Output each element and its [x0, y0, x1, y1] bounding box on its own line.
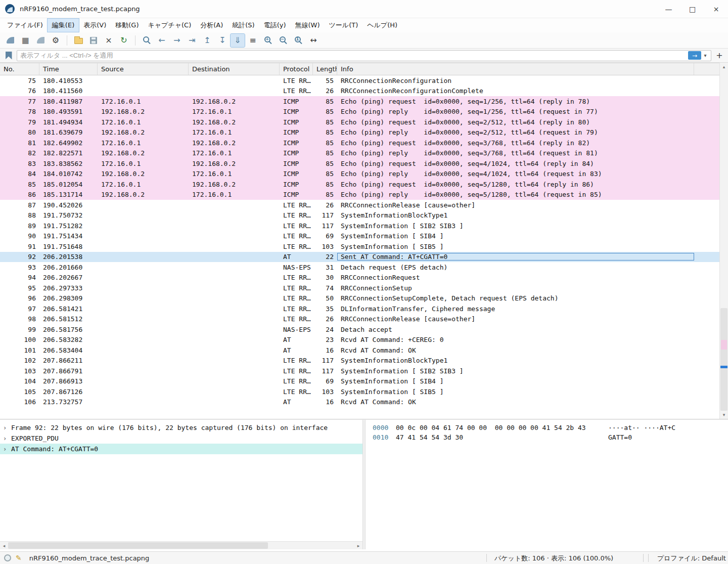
menu-go[interactable]: 移動(G)	[111, 19, 143, 32]
packet-row-98[interactable]: 98206.581512LTE RR…26RRCConnectionReleas…	[0, 314, 719, 325]
restart-capture-button[interactable]	[33, 34, 48, 47]
packet-row-93[interactable]: 93206.201660NAS-EPS31Detach request (EPS…	[0, 262, 719, 273]
go-to-packet-button[interactable]: ⇥	[185, 34, 199, 47]
packet-row-85[interactable]: 85185.012054172.16.0.1192.168.0.2ICMP85E…	[0, 179, 719, 190]
filter-apply-button[interactable]: →	[688, 51, 701, 60]
packet-row-97[interactable]: 97206.581421LTE RR…35DLInformationTransf…	[0, 303, 719, 314]
column-header-source[interactable]: Source	[98, 63, 189, 75]
menu-edit[interactable]: 編集(E)	[48, 19, 79, 32]
resize-columns-button[interactable]: ↔	[306, 34, 321, 47]
save-file-button[interactable]	[86, 34, 101, 47]
detail-line-2[interactable]: ›AT Command: AT+CGATT=0	[0, 444, 362, 454]
packet-row-90[interactable]: 90191.751434LTE RR…69SystemInformation […	[0, 231, 719, 242]
packet-row-88[interactable]: 88191.750732LTE RR…117SystemInformationB…	[0, 210, 719, 221]
packet-row-101[interactable]: 101206.583404AT16Rcvd AT Command: OK	[0, 345, 719, 356]
zoom-in-button[interactable]: +	[261, 34, 275, 47]
packet-row-106[interactable]: 106213.732757AT16Rcvd AT Command: OK	[0, 397, 719, 408]
packet-row-80[interactable]: 80181.639679192.168.0.2172.16.0.1ICMP85E…	[0, 127, 719, 138]
profile-selector[interactable]: プロファイル: Default	[657, 554, 726, 563]
detail-line-1[interactable]: ›EXPORTED_PDU	[0, 433, 362, 444]
column-header-length[interactable]: Length	[313, 63, 337, 75]
expert-info-icon[interactable]	[4, 554, 11, 561]
column-header-destination[interactable]: Destination	[189, 63, 280, 75]
packet-row-75[interactable]: 75180.410553LTE RR…55RRCConnectionReconf…	[0, 75, 719, 86]
go-back-button[interactable]: ←	[155, 34, 169, 47]
go-last-packet-button[interactable]: ↧	[215, 34, 230, 47]
filter-dropdown-icon[interactable]: ▾	[701, 53, 709, 58]
packet-row-89[interactable]: 89191.751282LTE RR…117SystemInformation …	[0, 221, 719, 231]
menu-file[interactable]: ファイル(F)	[3, 19, 48, 32]
reload-button[interactable]: ↻	[117, 34, 131, 47]
packet-row-92[interactable]: 92206.201538AT22Sent AT Command: AT+CGAT…	[0, 252, 719, 263]
stop-capture-button[interactable]: ■	[18, 34, 32, 47]
scrollbar-thumb[interactable]	[720, 308, 727, 411]
menu-wireless[interactable]: 無線(W)	[291, 19, 325, 32]
packet-row-79[interactable]: 79181.494934172.16.0.1192.168.0.2ICMP85E…	[0, 117, 719, 127]
packet-list-scrollbar[interactable]: ▴ ▾	[719, 63, 728, 419]
column-header-time[interactable]: Time	[39, 63, 98, 75]
packet-row-96[interactable]: 96206.298309LTE RR…50RRCConnectionSetupC…	[0, 293, 719, 304]
packet-cell-time: 213.732757	[39, 398, 98, 406]
zoom-100-button[interactable]: 1	[291, 34, 305, 47]
go-first-packet-button[interactable]: ↥	[200, 34, 214, 47]
capture-options-button[interactable]: ⚙	[49, 34, 63, 47]
scroll-right-icon[interactable]: ▸	[354, 542, 362, 549]
find-packet-button[interactable]	[140, 34, 154, 47]
colorize-button[interactable]: ≡	[246, 34, 260, 47]
packet-row-87[interactable]: 87190.452026LTE RR…26RRCConnectionReleas…	[0, 200, 719, 210]
minimize-button[interactable]: —	[657, 0, 680, 18]
packet-row-94[interactable]: 94206.202667LTE RR…30RRCConnectionReques…	[0, 273, 719, 283]
menu-statistics[interactable]: 統計(S)	[228, 19, 259, 32]
column-header-no[interactable]: No.	[0, 63, 39, 75]
detail-horizontal-scrollbar[interactable]: ◂ ▸	[0, 541, 362, 549]
packet-row-84[interactable]: 84184.010742192.168.0.2172.16.0.1ICMP85E…	[0, 169, 719, 180]
packet-row-105[interactable]: 105207.867126LTE RR…103SystemInformation…	[0, 386, 719, 397]
packet-row-81[interactable]: 81182.649902172.16.0.1192.168.0.2ICMP85E…	[0, 138, 719, 148]
maximize-button[interactable]: □	[680, 0, 704, 18]
hex-row[interactable]: 001047 41 54 54 3d 30GATT=0	[366, 432, 728, 442]
close-file-button[interactable]: ×	[102, 34, 116, 47]
packet-row-83[interactable]: 83183.838562172.16.0.1192.168.0.2ICMP85E…	[0, 158, 719, 169]
scroll-down-icon[interactable]: ▾	[720, 411, 728, 419]
menu-view[interactable]: 表示(V)	[79, 19, 111, 32]
capture-comment-icon[interactable]: ✎	[16, 554, 22, 562]
display-filter-input[interactable]	[20, 52, 688, 59]
menu-help[interactable]: ヘルプ(H)	[362, 19, 402, 32]
auto-scroll-button[interactable]: ⇓	[231, 34, 245, 47]
open-file-button[interactable]	[71, 34, 85, 47]
menu-tools[interactable]: ツール(T)	[325, 19, 363, 32]
start-capture-button[interactable]	[3, 34, 17, 47]
column-header-protocol[interactable]: Protocol	[280, 63, 313, 75]
menu-analyze[interactable]: 分析(A)	[196, 19, 228, 32]
packet-cell-time: 191.751282	[39, 222, 98, 230]
packet-row-78[interactable]: 78180.493591192.168.0.2172.16.0.1ICMP85E…	[0, 107, 719, 117]
menu-telephony[interactable]: 電話(y)	[259, 19, 291, 32]
packet-row-76[interactable]: 76180.411560LTE RR…26RRCConnectionReconf…	[0, 86, 719, 97]
packet-row-95[interactable]: 95206.297333LTE RR…74RRCConnectionSetup	[0, 283, 719, 293]
packet-row-99[interactable]: 99206.581756NAS-EPS24Detach accept	[0, 324, 719, 335]
expand-arrow-icon[interactable]: ›	[3, 446, 11, 453]
go-forward-button[interactable]: →	[170, 34, 184, 47]
packet-row-102[interactable]: 102207.866211LTE RR…117SystemInformation…	[0, 356, 719, 366]
packet-row-86[interactable]: 86185.131714192.168.0.2172.16.0.1ICMP85E…	[0, 190, 719, 200]
packet-row-100[interactable]: 100206.583282AT23Rcvd AT Command: +CEREG…	[0, 335, 719, 345]
packet-row-82[interactable]: 82182.822571192.168.0.2172.16.0.1ICMP85E…	[0, 148, 719, 159]
go-first-packet-icon: ↥	[204, 36, 210, 45]
packet-row-91[interactable]: 91191.751648LTE RR…103SystemInformation …	[0, 241, 719, 252]
expand-arrow-icon[interactable]: ›	[3, 435, 11, 442]
column-header-info[interactable]: Info	[337, 63, 694, 75]
detail-line-0[interactable]: ›Frame 92: 22 bytes on wire (176 bits), …	[0, 422, 362, 433]
scroll-up-icon[interactable]: ▴	[720, 63, 728, 71]
menu-capture[interactable]: キャプチャ(C)	[143, 19, 196, 32]
close-button[interactable]: ×	[704, 0, 728, 18]
hex-row[interactable]: 000000 0c 00 04 61 74 00 00 00 00 00 00 …	[366, 423, 728, 432]
scroll-left-icon[interactable]: ◂	[0, 542, 8, 549]
packet-row-103[interactable]: 103207.866791LTE RR…117SystemInformation…	[0, 366, 719, 376]
packet-row-104[interactable]: 104207.866913LTE RR…69SystemInformation …	[0, 376, 719, 387]
expand-arrow-icon[interactable]: ›	[3, 424, 11, 431]
packet-row-77[interactable]: 77180.411987172.16.0.1192.168.0.2ICMP85E…	[0, 96, 719, 107]
zoom-out-button[interactable]: −	[276, 34, 290, 47]
filter-bookmark-button[interactable]	[3, 50, 14, 61]
detail-scrollbar-thumb[interactable]	[8, 542, 268, 549]
filter-add-button[interactable]: +	[714, 50, 725, 61]
